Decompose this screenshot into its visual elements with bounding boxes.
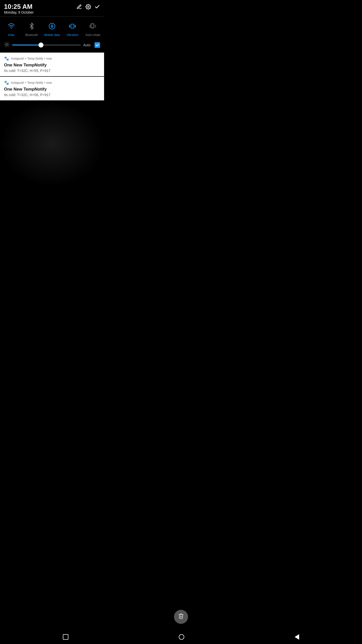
brightness-icon (4, 42, 10, 49)
slider-thumb[interactable] (38, 43, 43, 48)
notif-meta-2: Instapush • Temp Notify • now (11, 81, 52, 85)
main-area (0, 101, 104, 186)
brightness-slider[interactable] (12, 42, 81, 48)
notif-channel-1: Temp Notify (27, 57, 43, 60)
expand-icon[interactable] (95, 4, 100, 11)
settings-icon[interactable] (85, 4, 91, 11)
bluetooth-label: Bluetooth (25, 33, 38, 37)
svg-line-14 (5, 43, 5, 43)
notif-header-1: 🐾 Instapush • Temp Notify • now (4, 56, 100, 61)
wifi-icon (6, 21, 17, 32)
quick-toggles: india Bluetooth Mobile dat (0, 19, 104, 40)
wifi-label: india (8, 33, 14, 37)
svg-line-19 (8, 43, 9, 43)
autorotate-icon (87, 21, 98, 32)
svg-rect-5 (71, 24, 74, 28)
notif-time-2: now (46, 81, 52, 85)
slider-fill (12, 45, 41, 46)
notif-appname-1: Instapush (11, 57, 24, 60)
vibration-icon (67, 21, 78, 32)
notif-title-2: One New TempNotify (4, 87, 100, 92)
svg-point-0 (87, 6, 89, 8)
edit-icon[interactable] (76, 4, 82, 11)
notif-time-1: now (46, 57, 52, 60)
clock-date: Monday, 9 October (4, 10, 34, 14)
svg-rect-10 (91, 24, 94, 28)
svg-point-1 (11, 28, 12, 29)
mobiledata-icon (47, 21, 58, 32)
vibration-label: Vibration (67, 33, 78, 37)
notif-app-icon-2: 🐾 (4, 80, 9, 85)
svg-line-15 (8, 46, 9, 46)
bluetooth-icon (26, 21, 37, 32)
autorotate-label: Auto-rotate (85, 33, 100, 37)
toggle-vibration[interactable]: Vibration (63, 21, 81, 37)
notif-meta-1: Instapush • Temp Notify • now (11, 57, 52, 60)
slider-track (12, 45, 81, 46)
notification-card-2[interactable]: 🐾 Instapush • Temp Notify • now One New … (0, 77, 104, 100)
notifications-list: 🐾 Instapush • Temp Notify • now One New … (0, 53, 104, 100)
auto-label: Auto (83, 43, 90, 47)
status-bar: 10:25 AM Monday, 9 October (0, 0, 104, 16)
toggle-mobiledata[interactable]: Mobile data (43, 21, 61, 37)
status-time: 10:25 AM Monday, 9 October (4, 3, 34, 14)
toggle-wifi[interactable]: india (2, 21, 20, 37)
notif-header-2: 🐾 Instapush • Temp Notify • now (4, 80, 100, 85)
clock-time: 10:25 AM (4, 3, 34, 10)
status-action-icons (76, 4, 100, 11)
notification-card-1[interactable]: 🐾 Instapush • Temp Notify • now One New … (0, 53, 104, 76)
notif-body-2: Its cold: T=32C, H=56, P=917 (4, 93, 100, 97)
notif-app-icon-1: 🐾 (4, 56, 9, 61)
mobiledata-label: Mobile data (44, 33, 60, 37)
notif-appname-2: Instapush (11, 81, 24, 85)
auto-checkbox[interactable] (95, 42, 100, 48)
notif-title-1: One New TempNotify (4, 63, 100, 68)
toggle-bluetooth[interactable]: Bluetooth (23, 21, 41, 37)
svg-point-11 (6, 44, 8, 45)
toggle-autorotate[interactable]: Auto-rotate (84, 21, 102, 37)
notif-body-1: Its cold: T=32C, H=55, P=917 (4, 69, 100, 73)
svg-line-18 (5, 46, 5, 46)
notif-channel-2: Temp Notify (27, 81, 43, 85)
brightness-bar: Auto (0, 40, 104, 53)
header-divider (0, 16, 104, 17)
